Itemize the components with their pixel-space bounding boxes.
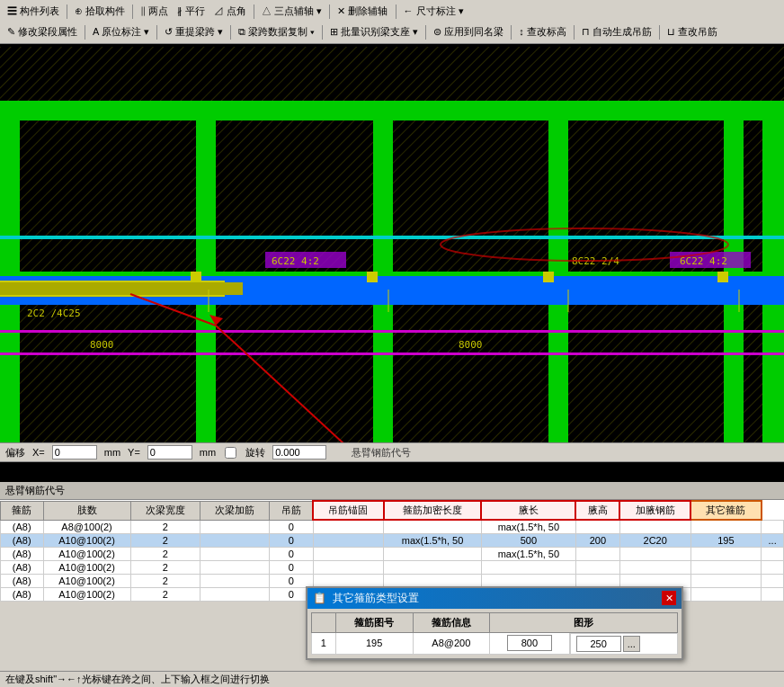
table-cell <box>313 548 384 561</box>
rotate-input[interactable] <box>272 445 326 459</box>
dialog-header-row: 箍筋图号 箍筋信息 图形 <box>312 612 678 632</box>
dialog-row-figno: 195 <box>335 632 413 655</box>
copy-span-data-btn[interactable]: ⧉ 梁跨数据复制 ▾ <box>235 23 318 40</box>
dialog-body: 1195A8@200... <box>312 632 678 655</box>
table-cell: A10@100(2) <box>43 575 130 588</box>
svg-text:8000: 8000 <box>459 339 483 351</box>
svg-text:6C22 4:2: 6C22 4:2 <box>272 255 319 267</box>
table-cell: 2 <box>130 575 200 588</box>
dialog-close-btn[interactable]: ✕ <box>662 591 676 605</box>
dialog-titlebar: 📋 其它箍筋类型设置 ✕ <box>307 588 682 609</box>
svg-text:6C22 4:2: 6C22 4:2 <box>680 255 727 267</box>
table-cell <box>690 588 762 602</box>
col-header-sec-rebar: 次梁加筋 <box>200 501 269 520</box>
original-annotation-btn[interactable]: A 原位标注 ▾ <box>89 23 153 40</box>
hint-label: 悬臂钢筋代号 <box>352 446 411 459</box>
table-cell <box>481 561 575 575</box>
check-elevation-btn[interactable]: ↕ 查改标高 <box>515 23 570 40</box>
table-cell: 2 <box>130 588 200 602</box>
table-cell <box>384 561 482 575</box>
dialog-shape-edit-btn[interactable]: ... <box>623 636 640 652</box>
table-cell <box>690 575 762 588</box>
table-cell: 0 <box>270 561 313 575</box>
unit-label-y: mm <box>200 447 216 458</box>
auto-generate-hanger-btn[interactable]: ⊓ 自动生成吊筋 <box>578 23 655 40</box>
cad-canvas: 6C22 4:2 8C22 2/4 6C22 4:2 2C2 /4C25 800… <box>0 47 784 462</box>
three-point-axis-btn[interactable]: △ 三点辅轴 ▾ <box>258 3 325 20</box>
dialog-shape-cell2: ... <box>570 633 678 655</box>
table-cell <box>762 575 784 588</box>
table-cell: ... <box>762 534 784 548</box>
col-header-hanger: 吊筋 <box>270 501 313 520</box>
dialog-row-info: A8@200 <box>413 632 490 655</box>
apply-same-name-btn[interactable]: ⊜ 应用到同名梁 <box>430 23 507 40</box>
table-row[interactable]: (A8)A10@100(2)20 <box>1 561 784 575</box>
sep13 <box>659 25 660 40</box>
table-cell <box>313 520 384 534</box>
table-cell: (A8) <box>1 548 44 561</box>
table-cell: (A8) <box>1 588 44 602</box>
delete-axis-btn[interactable]: ✕ 删除辅轴 <box>334 3 391 20</box>
y-input[interactable] <box>147 445 192 459</box>
bottom-header: 悬臂钢筋代号 <box>0 482 784 500</box>
table-cell: 2 <box>130 534 200 548</box>
table-cell <box>200 575 269 588</box>
dimension-btn[interactable]: ← 尺寸标注 ▾ <box>400 3 468 20</box>
svg-rect-27 <box>0 236 784 239</box>
parallel-btn[interactable]: ∦ 平行 <box>174 3 209 20</box>
batch-identify-support-btn[interactable]: ⊞ 批量识别梁支座 ▾ <box>326 23 422 40</box>
pick-component-btn[interactable]: ⊕ 拾取构件 <box>71 3 129 20</box>
point-angle-btn[interactable]: ⊿ 点角 <box>210 3 250 20</box>
svg-text:2C2 /4C25: 2C2 /4C25 <box>27 308 81 319</box>
col-header-haunch-len: 腋长 <box>481 501 575 520</box>
sep4 <box>329 4 330 19</box>
table-cell: max(1.5*h, 50 <box>481 548 575 561</box>
svg-rect-28 <box>0 330 784 333</box>
table-row[interactable]: (A8)A8@100(2)20max(1.5*h, 50 <box>1 520 784 534</box>
table-cell <box>384 520 482 534</box>
sep7 <box>156 25 157 40</box>
table-cell <box>575 548 619 561</box>
check-hanger-btn[interactable]: ⊔ 查改吊筋 <box>664 23 721 40</box>
sep10 <box>425 25 426 40</box>
toolbar: ☰ 构件列表 ⊕ 拾取构件 ∥ 两点 ∦ 平行 ⊿ 点角 △ 三点辅轴 ▾ ✕ … <box>0 0 784 44</box>
svg-rect-21 <box>543 272 554 282</box>
two-point-btn[interactable]: ∥ 两点 <box>137 3 172 20</box>
component-list-btn[interactable]: ☰ 构件列表 <box>4 3 63 20</box>
svg-rect-20 <box>367 272 378 282</box>
sep5 <box>396 4 396 19</box>
bottom-hint: 在键及shift"→←↑光标键在跨之间、上下输入框之间进行切换 <box>0 671 784 687</box>
table-cell <box>762 561 784 575</box>
sep6 <box>85 25 85 40</box>
table-cell: 2C20 <box>619 534 690 548</box>
dialog-shape-input1[interactable] <box>507 635 552 651</box>
table-cell <box>762 548 784 561</box>
table-header-row: 箍筋 肢数 次梁宽度 次梁加筋 吊筋 吊筋锚固 箍筋加密长度 腋长 腋高 加腋钢… <box>1 501 784 520</box>
table-cell: A8@100(2) <box>43 520 130 534</box>
table-cell: (A8) <box>1 575 44 588</box>
table-row[interactable]: (A8)A10@100(2)20max(1.5*h, 505002002C201… <box>1 534 784 548</box>
table-cell <box>313 561 384 575</box>
rotate-checkbox[interactable] <box>225 447 236 459</box>
re-extract-span-btn[interactable]: ↺ 重提梁跨 ▾ <box>161 23 227 40</box>
dialog-shape-input2[interactable] <box>576 636 621 652</box>
modify-beam-attr-btn[interactable]: ✎ 修改梁段属性 <box>4 23 81 40</box>
dialog-col-info: 箍筋信息 <box>413 612 490 632</box>
status-label-offset: 偏移 <box>5 446 25 459</box>
col-header-haunch-height: 腋高 <box>575 501 619 520</box>
svg-rect-29 <box>0 352 784 355</box>
table-cell: 2 <box>130 520 200 534</box>
table-cell: 500 <box>481 534 575 548</box>
table-cell: (A8) <box>1 520 44 534</box>
table-row[interactable]: (A8)A10@100(2)20max(1.5*h, 50 <box>1 548 784 561</box>
svg-rect-11 <box>0 101 784 120</box>
table-cell: A10@100(2) <box>43 561 130 575</box>
table-cell: A10@100(2) <box>43 548 130 561</box>
sep1 <box>67 4 67 19</box>
table-cell: (A8) <box>1 561 44 575</box>
dialog-table-row: 1195A8@200... <box>312 632 678 655</box>
dialog-col-figno: 箍筋图号 <box>335 612 413 632</box>
x-input[interactable] <box>52 445 97 459</box>
table-cell <box>200 548 269 561</box>
table-cell: 2 <box>130 561 200 575</box>
